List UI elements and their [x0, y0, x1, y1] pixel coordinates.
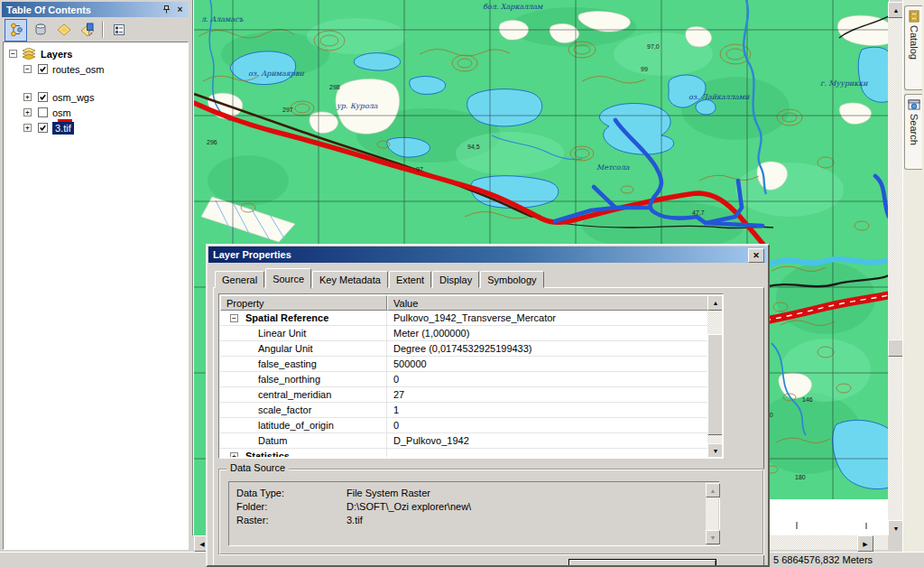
map-label: оз. Лайкаллами — [688, 93, 750, 101]
visibility-checkbox[interactable] — [38, 107, 48, 117]
tab-catalog[interactable]: Catalog — [904, 5, 922, 90]
map-label: 297 — [282, 107, 293, 113]
property-row[interactable]: scale_factor 1 — [220, 403, 707, 418]
collapse-icon[interactable]: − — [230, 314, 238, 322]
toc-title-bar[interactable]: Table Of Contents × — [2, 2, 189, 17]
map-label: 94,5 — [467, 144, 480, 150]
options-icon — [112, 23, 126, 37]
visibility-checkbox[interactable] — [38, 92, 48, 102]
property-row[interactable]: Datum D_Pulkovo_1942 — [220, 433, 707, 449]
toc-item-osm-wgs[interactable]: + osm_wgs — [23, 90, 94, 104]
toc-item-3tif[interactable]: + 3.tif — [23, 121, 74, 135]
set-data-source-button[interactable]: Set Data Source... — [568, 559, 716, 567]
tab-search-label: Search — [909, 114, 919, 145]
data-source-text: Data Type:File System Raster Folder:D:\S… — [236, 487, 471, 527]
tab-display[interactable]: Display — [432, 271, 479, 288]
grid-header: Property Value — [220, 295, 722, 311]
map-label: л. Аламасъ — [201, 15, 245, 23]
map-label: ур. Курола — [336, 102, 378, 110]
visibility-checkbox[interactable] — [38, 64, 48, 74]
vertical-scroll-thumb[interactable] — [707, 334, 722, 435]
list-by-drawing-order-icon — [9, 23, 23, 37]
data-source-group: Data Source Data Type:File System Raster… — [218, 469, 764, 555]
list-by-source-button[interactable] — [30, 20, 51, 41]
list-by-visibility-button[interactable] — [53, 20, 74, 41]
map-vertical-scrollbar[interactable]: ▲ ▼ — [888, 2, 902, 534]
property-row[interactable]: Linear Unit Meter (1,000000) — [220, 326, 707, 341]
map-label: Метсола — [596, 163, 630, 172]
tab-symbology[interactable]: Symbology — [480, 271, 543, 288]
layer-label-selected[interactable]: 3.tif — [52, 122, 74, 135]
catalog-icon — [908, 10, 920, 23]
scroll-up-button[interactable]: ▲ — [706, 483, 720, 497]
map-label: 47,7 — [692, 209, 705, 216]
tab-source[interactable]: Source — [265, 268, 311, 289]
grid-rows: − Spatial Reference Pulkovo_1942_Transve… — [220, 311, 707, 457]
list-by-source-icon — [33, 23, 48, 37]
scrollbar-corner — [888, 535, 902, 550]
list-by-visibility-icon — [57, 23, 71, 37]
toc-toolbar — [2, 18, 189, 42]
dialog-title-text: Layer Properties — [213, 249, 291, 260]
expand-icon[interactable]: + — [230, 452, 238, 458]
map-label: 97 — [416, 166, 423, 172]
visibility-checkbox[interactable] — [38, 123, 48, 133]
scroll-down-button[interactable]: ▼ — [707, 443, 722, 457]
expand-icon[interactable]: + — [23, 124, 32, 132]
list-by-drawing-order-button[interactable] — [5, 19, 27, 42]
map-label: 146 — [802, 396, 813, 403]
list-by-selection-icon — [80, 23, 95, 37]
property-row[interactable]: Angular Unit Degree (0,0174532925199433) — [220, 341, 707, 357]
tab-key-metadata[interactable]: Key Metadata — [312, 271, 388, 288]
toc-item-osm[interactable]: + osm — [23, 106, 71, 119]
right-dock-tabstrip: Catalog Search — [902, 0, 924, 567]
toc-title-text: Table Of Contents — [6, 5, 91, 15]
list-by-selection-button[interactable] — [77, 20, 97, 41]
map-label: 296 — [207, 139, 217, 145]
map-label: 298 — [329, 84, 340, 90]
property-row[interactable]: latitude_of_origin 0 — [220, 418, 707, 433]
expand-icon[interactable]: + — [23, 108, 32, 116]
property-row[interactable]: central_meridian 27 — [220, 387, 707, 403]
property-row[interactable]: + Statistics — [220, 449, 707, 457]
scroll-up-button[interactable]: ▲ — [707, 295, 722, 311]
tab-general[interactable]: General — [215, 271, 264, 288]
dialog-tab-strip: General Source Key Metadata Extent Displ… — [215, 269, 545, 288]
layers-group-icon — [22, 48, 36, 60]
tab-extent[interactable]: Extent — [389, 271, 431, 288]
textbox-vertical-scrollbar[interactable]: ▲ ▼ — [706, 483, 718, 544]
property-grid: Property Value − Spatial Reference Pulko… — [218, 293, 724, 459]
column-header-value[interactable]: Value — [387, 295, 709, 311]
layer-label[interactable]: osm_wgs — [52, 92, 94, 103]
pin-icon[interactable] — [161, 4, 172, 15]
layer-label[interactable]: osm — [52, 107, 71, 118]
property-row[interactable]: false_northing 0 — [220, 372, 707, 387]
collapse-icon[interactable]: − — [9, 50, 17, 58]
panel-splitter[interactable] — [190, 0, 192, 552]
layer-label[interactable]: routes_osm — [52, 64, 104, 75]
close-icon[interactable]: × — [174, 4, 186, 15]
expand-icon[interactable]: + — [23, 93, 32, 101]
data-source-textbox[interactable]: Data Type:File System Raster Folder:D:\S… — [228, 481, 720, 546]
source-tab-page: Property Value − Spatial Reference Pulko… — [213, 287, 764, 567]
property-row[interactable]: − Spatial Reference Pulkovo_1942_Transve… — [220, 311, 707, 326]
map-label: бол. Харкаллам — [483, 3, 543, 11]
tab-search[interactable]: Search — [904, 94, 922, 170]
layer-label[interactable]: Layers — [41, 49, 72, 60]
coordinate-readout: 5 6864576,832 Meters — [773, 554, 873, 565]
map-label: 97,0 — [647, 43, 660, 50]
toolbar-separator — [102, 22, 104, 38]
collapse-icon[interactable]: − — [23, 65, 32, 73]
options-button[interactable] — [108, 20, 129, 41]
tab-catalog-label: Catalog — [909, 25, 919, 60]
map-label: 99 — [641, 66, 648, 72]
grid-vertical-scrollbar[interactable]: ▲ ▼ — [707, 295, 722, 457]
dialog-title-bar[interactable]: Layer Properties ✕ — [208, 246, 767, 263]
scroll-down-button[interactable]: ▼ — [706, 530, 720, 544]
property-row[interactable]: false_easting 500000 — [220, 357, 707, 372]
column-header-property[interactable]: Property — [220, 295, 387, 311]
toc-item-routes-osm[interactable]: − routes_osm — [23, 62, 104, 76]
toc-root-layers[interactable]: − Layers — [9, 47, 72, 60]
close-icon[interactable]: ✕ — [748, 248, 764, 263]
scroll-right-button[interactable]: ▶ — [857, 535, 873, 552]
